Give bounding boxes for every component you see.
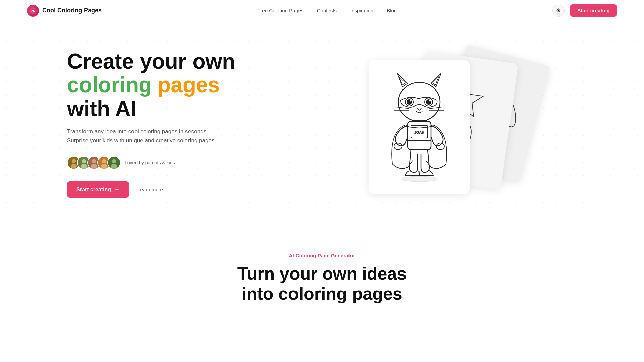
logo-text: Cool Coloring Pages xyxy=(42,7,102,14)
nav-contests[interactable]: Contests xyxy=(317,8,337,13)
sun-icon: ☀ xyxy=(556,7,561,14)
svg-point-25 xyxy=(398,82,440,121)
svg-point-15 xyxy=(112,159,116,163)
theme-toggle-button[interactable]: ☀ xyxy=(552,5,565,17)
svg-point-7 xyxy=(81,164,87,169)
svg-point-30 xyxy=(410,100,412,102)
section-2: AI Coloring Page Generator Turn your own… xyxy=(0,226,644,324)
svg-point-1 xyxy=(33,11,35,12)
hero-title: Create your own coloring pages with AI xyxy=(67,50,262,120)
svg-point-3 xyxy=(72,159,76,163)
navbar-actions: ☀ Start creating xyxy=(552,4,617,17)
svg-line-32 xyxy=(396,107,409,109)
svg-point-39 xyxy=(394,143,402,150)
coloring-card-front: JOAH xyxy=(369,60,470,194)
hero-word-coloring: coloring xyxy=(67,73,152,97)
arrow-icon: → xyxy=(114,186,120,193)
avatars-label: Loved by parents & kids xyxy=(125,160,175,165)
navbar: Cool Coloring Pages Free Coloring Pages … xyxy=(0,0,644,21)
nav-inspiration[interactable]: Inspiration xyxy=(350,8,373,13)
cta-row: Start creating → Learn more xyxy=(67,181,262,198)
nav-free-coloring-pages[interactable]: Free Coloring Pages xyxy=(257,8,304,13)
svg-point-6 xyxy=(82,159,86,163)
svg-point-31 xyxy=(429,100,431,102)
svg-point-13 xyxy=(101,164,107,169)
hero-cta-button[interactable]: Start creating → xyxy=(67,181,129,198)
svg-point-9 xyxy=(92,159,96,163)
nav-links: Free Coloring Pages Contests Inspiration… xyxy=(257,8,397,13)
logo-icon xyxy=(27,5,39,17)
svg-point-16 xyxy=(111,164,117,169)
svg-point-10 xyxy=(91,164,97,169)
hero-content: Create your own coloring pages with AI T… xyxy=(67,50,262,198)
learn-more-link[interactable]: Learn more xyxy=(137,187,163,192)
svg-point-40 xyxy=(436,143,444,150)
svg-point-4 xyxy=(71,164,77,169)
avatar-group xyxy=(67,156,121,169)
nav-blog[interactable]: Blog xyxy=(387,8,397,13)
svg-marker-22 xyxy=(431,73,441,87)
svg-point-12 xyxy=(102,159,106,163)
hero-word-pages: pages xyxy=(158,73,220,97)
svg-line-34 xyxy=(429,107,443,109)
section-label: AI Coloring Page Generator xyxy=(67,253,577,258)
avatar xyxy=(107,156,121,169)
hero-illustration: JOAH xyxy=(262,48,577,199)
section-title: Turn your own ideas into coloring pages xyxy=(67,264,577,304)
hero-section: Create your own coloring pages with AI T… xyxy=(0,21,644,226)
logo-link[interactable]: Cool Coloring Pages xyxy=(27,5,102,17)
svg-text:JOAH: JOAH xyxy=(414,130,425,134)
navbar-cta-button[interactable]: Start creating xyxy=(570,4,617,17)
svg-point-41 xyxy=(401,176,438,182)
hero-word-with-ai: with AI xyxy=(67,97,137,121)
hero-description: Transform any idea into cool coloring pa… xyxy=(67,127,228,145)
cards-stack: JOAH xyxy=(342,50,496,197)
avatars-row: Loved by parents & kids xyxy=(67,156,262,169)
